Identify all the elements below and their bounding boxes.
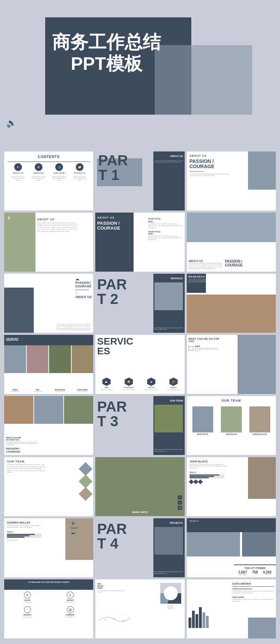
passion-big1: PASSION /COURAGE bbox=[97, 221, 120, 231]
li-icon: in bbox=[178, 506, 182, 510]
part2-subtitle: SERVICES bbox=[170, 277, 183, 280]
bar3 bbox=[195, 614, 198, 628]
john-desc: Just for today, I will certainly be accu… bbox=[190, 464, 228, 469]
services-photo bbox=[154, 282, 183, 310]
cloud-icon: ☁ bbox=[75, 276, 91, 281]
part3-desc: Just for today, I will be perfectly happ… bbox=[154, 449, 184, 453]
slide-row-1: CONTENTS ✦ ABOUT US add for today. I wil… bbox=[2, 151, 278, 210]
phone-photo bbox=[4, 288, 34, 333]
team-members-row: MARK WHITE JOHN BLACK SANDRA BULLET bbox=[187, 406, 276, 435]
stat-label-1: LIGHT YEARS bbox=[238, 574, 247, 576]
bar6 bbox=[206, 616, 209, 628]
mark-photo bbox=[192, 406, 213, 432]
services-icon: ⚙ bbox=[35, 163, 42, 171]
about-desc3: Just for today, I will certainly be accu… bbox=[189, 263, 223, 270]
slide-john: JOHN BLACK Just for today, I will certai… bbox=[187, 457, 276, 516]
whatcan2-desc: Just for today. I will promises to do in… bbox=[6, 441, 41, 446]
svg-point-3 bbox=[99, 612, 130, 630]
add-bonuses-desc: notes letter will be considered just per… bbox=[232, 591, 274, 594]
hex-advertising: 📢 ADVERTISING Just for today. I will pro… bbox=[121, 378, 137, 390]
hex-icon-layouts: ◈ bbox=[147, 378, 155, 386]
john-photo bbox=[221, 406, 242, 432]
skill-bar-3 bbox=[190, 477, 235, 478]
portrait-name1: MARK WHITE bbox=[95, 511, 184, 513]
whatcan-content: WHAT CAN WE DO FOR YOU VIDEO Just for to… bbox=[189, 338, 223, 352]
passion-content2: ☁ PASSION /COURAGE ♡ ABOUT US bbox=[75, 276, 91, 299]
slide-passion2: ☁ PASSION /COURAGE ♡ ABOUT US Just for t… bbox=[4, 274, 93, 333]
hex-icons-row: ▶ VIDEO Just for today. I will promise 📢… bbox=[95, 378, 184, 390]
part4-subtitle: PROJECTS bbox=[170, 522, 183, 524]
service-labels: VIDEO Just for today. I will ADS Just fo… bbox=[4, 389, 93, 392]
sunset-photo bbox=[187, 295, 276, 333]
budget-label2: BUDGET bbox=[66, 599, 74, 601]
company-label: COMPANY bbox=[66, 614, 74, 616]
city-stats: 3,567 LIGHT YEARS 758 4,302 RATE bbox=[236, 570, 274, 576]
slide-sandra: SANDRA BULLET Just for today, I will try… bbox=[4, 518, 93, 577]
contents-services-label: SERVICES bbox=[33, 172, 43, 174]
about-content3: ABOUT US Just for today, I will certainl… bbox=[189, 259, 274, 270]
hex-launch: 🚀 LAUNCH Just for today. I will promise bbox=[166, 378, 181, 390]
data-driven-title: DATA DRIVEN bbox=[232, 582, 274, 585]
timeline-area: FIRS SECON THIRD Just for today. I will … bbox=[97, 583, 125, 593]
services-photos bbox=[4, 345, 93, 373]
hex-desc-adv: Just for today. I will promise bbox=[121, 389, 137, 390]
here-label2: HERE. bbox=[148, 233, 183, 235]
about-desc4: Just for today, I will be certainly accu… bbox=[57, 324, 91, 331]
sandra-skills-label: SKILLS bbox=[7, 531, 52, 533]
bar2 bbox=[192, 611, 195, 628]
slide-project1: PROJECTS THE CITY POWER 3,567 LIGHT YEAR… bbox=[187, 518, 276, 577]
photo-w3 bbox=[64, 396, 93, 424]
company-circle: 🏢 bbox=[67, 606, 74, 613]
diamond-i3 bbox=[198, 479, 203, 484]
slide-process: LET ME SHOW YOU HOW THE PROJECT WORKS ⚙ … bbox=[4, 579, 93, 638]
world-map-svg bbox=[97, 611, 132, 631]
svg-point-7 bbox=[164, 586, 178, 600]
passion4: PASSION /COURAGE bbox=[75, 281, 91, 288]
project-label: PROJECTS bbox=[187, 518, 276, 524]
data-content: DATA DRIVEN Additional bonuses: notes le… bbox=[232, 582, 274, 602]
heart-icon: ♡ bbox=[75, 291, 91, 295]
passion-content1: ABOUT US PASSION /COURAGE bbox=[97, 216, 120, 231]
monitor-icon: 🖥 bbox=[71, 521, 76, 525]
contents-team-label: OUR TEAM bbox=[54, 172, 65, 174]
slide-services1: VIDEO Just for today. I will ADS Just fo… bbox=[4, 335, 93, 394]
label-marketing: MARKETING Just for today. I will bbox=[49, 389, 71, 392]
sales-label: SALES bbox=[24, 599, 30, 601]
diamond-photo2 bbox=[79, 474, 93, 488]
contents-projects-label: PROJECTS bbox=[74, 172, 85, 174]
sandra-photo bbox=[249, 406, 270, 432]
research-label: RESEARCH bbox=[189, 275, 209, 278]
team-photo1 bbox=[154, 405, 183, 432]
slide-about1: ABOUT US PASSION /COURAGE Just for today… bbox=[187, 151, 276, 210]
passion5: PASSION /COURAGE bbox=[6, 447, 41, 453]
photo-w2 bbox=[34, 396, 63, 424]
skills-label: SKILLS bbox=[190, 471, 235, 473]
about-desc2: Just for today. I will not show anyone. … bbox=[37, 222, 79, 232]
sandra-skill-3 bbox=[7, 537, 52, 538]
part1-number: PART 1 bbox=[98, 153, 128, 182]
hex-layouts: ◈ LAYOUTS Just for today. I will promise bbox=[143, 378, 159, 390]
add-bonuses-label: Additional bonuses: bbox=[232, 588, 274, 590]
about-icon: ✦ bbox=[14, 163, 22, 171]
high-quality-title: High quality bbox=[232, 596, 274, 598]
team-icon: 👥 bbox=[55, 163, 63, 171]
title-desc1: Just for today, I will try to live for t… bbox=[148, 223, 183, 229]
city-power-title: THE CITY POWER bbox=[236, 567, 274, 569]
about-text3: ABOUT US Just for today, I will certainl… bbox=[189, 259, 223, 270]
diamond-photo3 bbox=[79, 487, 93, 501]
your-title-content: YOUR TITLE HERE. Just for today, I will … bbox=[148, 218, 183, 241]
pie-svg bbox=[160, 583, 181, 604]
slide-about2: ABOUT US Just for today. I will not show… bbox=[4, 213, 93, 272]
about-label2: ABOUT US bbox=[37, 218, 79, 221]
sandra-name2: SANDRA BULLET bbox=[7, 521, 52, 524]
stat-label-3: RATE bbox=[263, 574, 272, 576]
portrait-bg bbox=[95, 457, 184, 516]
member-mark: MARK WHITE bbox=[192, 406, 213, 435]
john-name2: JOHN BLACK bbox=[190, 460, 235, 463]
process-row2: ↑ GROWTH Just for today. I will 🏢 COMPAN… bbox=[6, 606, 91, 618]
team2-desc: Just for today, I will be actually accus… bbox=[7, 464, 45, 474]
desc-text4: Just for today, I will be certainly accu… bbox=[57, 324, 91, 331]
hex-icon-adv: 📢 bbox=[125, 378, 133, 386]
process-row1: ⚙ SALES Just for today. I will $ BUDGET … bbox=[6, 592, 91, 603]
contents-icons: ✦ ABOUT US add for today. I will be cons… bbox=[8, 163, 90, 181]
